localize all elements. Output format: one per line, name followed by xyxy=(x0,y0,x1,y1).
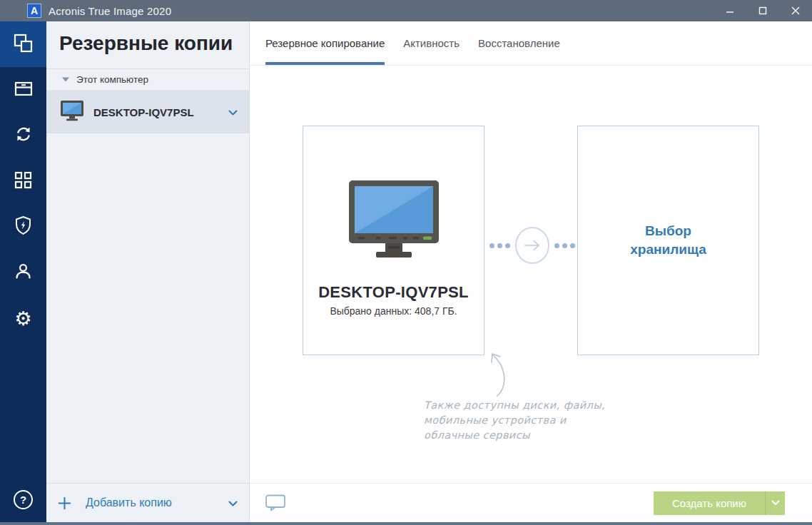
acronis-logo-icon: A xyxy=(27,4,41,18)
nav-sync[interactable] xyxy=(0,113,46,158)
backup-panel: Резервные копии Этот компьютер xyxy=(46,21,250,522)
plus-icon xyxy=(58,496,71,510)
nav-help[interactable]: ? xyxy=(0,476,46,522)
arrow-right-icon xyxy=(515,227,549,264)
destination-box[interactable]: Выбор хранилища xyxy=(577,126,759,355)
panel-spacer xyxy=(46,133,249,483)
source-box[interactable]: DESKTOP-IQV7PSL Выбрано данных: 408,7 ГБ… xyxy=(303,126,484,355)
backup-icon xyxy=(14,34,33,56)
tab-strip: Резервное копирование Активность Восстан… xyxy=(250,21,812,66)
nav-account[interactable] xyxy=(0,250,46,295)
tab-activity[interactable]: Активность xyxy=(403,21,460,65)
annotation-text: Также доступны диски, файлы, мобильные у… xyxy=(424,398,621,443)
feedback-bubble-icon[interactable] xyxy=(265,494,287,511)
nav-archive[interactable] xyxy=(0,67,46,113)
nav-rail: ⚙ ? xyxy=(0,21,46,522)
source-data-size: Выбрано данных: 408,7 ГБ. xyxy=(330,305,457,317)
add-backup-label: Добавить копию xyxy=(86,496,172,509)
gear-icon: ⚙ xyxy=(14,309,31,328)
nav-settings[interactable]: ⚙ xyxy=(0,295,46,341)
close-button[interactable] xyxy=(779,0,812,21)
panel-title: Резервные копии xyxy=(46,21,249,69)
annotation-curved-arrow-icon xyxy=(477,350,519,402)
window-controls xyxy=(714,0,812,21)
create-backup-options-button[interactable] xyxy=(766,491,785,515)
app-window: A Acronis True Image 2020 xyxy=(0,0,812,525)
person-icon xyxy=(14,262,33,284)
maximize-button[interactable] xyxy=(746,0,779,21)
section-this-computer[interactable]: Этот компьютер xyxy=(46,69,249,91)
computer-illustration-icon xyxy=(347,180,440,262)
chevron-down-icon[interactable] xyxy=(228,496,238,509)
chevron-down-icon[interactable] xyxy=(228,106,238,118)
nav-protection[interactable] xyxy=(0,204,46,250)
create-backup-button[interactable]: Создать копию xyxy=(654,491,765,515)
archive-icon xyxy=(14,80,33,100)
triangle-down-icon xyxy=(62,77,69,82)
shield-bolt-icon xyxy=(14,215,33,238)
computer-name: DESKTOP-IQV7PSL xyxy=(93,106,194,118)
destination-label: Выбор хранилища xyxy=(626,222,711,258)
dots-right xyxy=(554,243,575,248)
rail-spacer xyxy=(0,341,46,476)
source-computer-name: DESKTOP-IQV7PSL xyxy=(318,283,469,302)
computer-icon xyxy=(59,100,85,124)
backup-config-content: DESKTOP-IQV7PSL Выбрано данных: 408,7 ГБ… xyxy=(250,66,812,483)
minimize-button[interactable] xyxy=(714,0,746,21)
app-title: Acronis True Image 2020 xyxy=(49,5,171,17)
nav-tools[interactable] xyxy=(0,158,46,204)
help-icon: ? xyxy=(14,490,33,509)
section-label: Этот компьютер xyxy=(76,74,148,85)
tools-grid-icon xyxy=(14,171,32,192)
create-backup-split-button: Создать копию xyxy=(654,491,785,515)
nav-backup[interactable] xyxy=(0,21,46,67)
footer-bar: Создать копию xyxy=(250,483,812,522)
backup-direction-arrow xyxy=(489,227,575,264)
add-backup-button[interactable]: Добавить копию xyxy=(46,483,249,522)
tab-recovery[interactable]: Восстановление xyxy=(478,21,560,65)
tab-backup[interactable]: Резервное копирование xyxy=(265,21,385,65)
dots-left xyxy=(489,243,510,248)
main-area: Резервное копирование Активность Восстан… xyxy=(250,21,812,522)
sync-icon xyxy=(14,125,33,146)
titlebar: A Acronis True Image 2020 xyxy=(0,0,812,21)
computer-list-item[interactable]: DESKTOP-IQV7PSL xyxy=(46,91,249,133)
